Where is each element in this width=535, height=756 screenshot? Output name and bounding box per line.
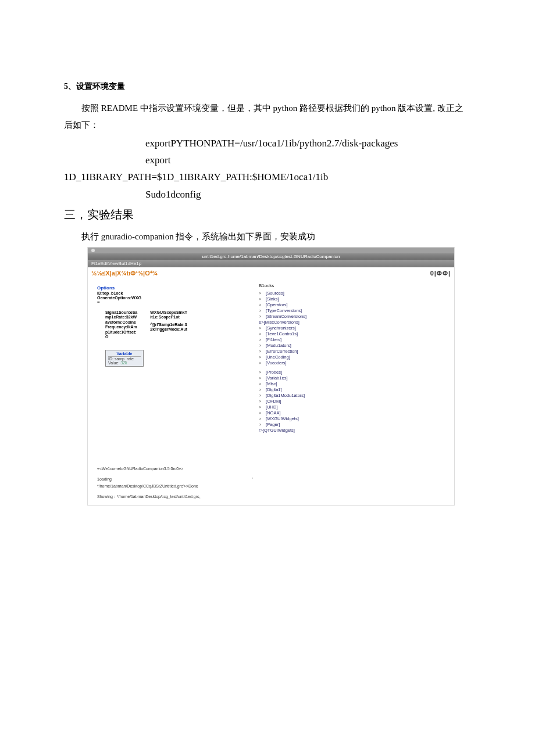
tree-item[interactable]: > [Modu1ators] [259, 342, 451, 348]
section-5-heading: 5、设置环境变量 [64, 81, 471, 92]
toolbar: ⅛⅛≤X|a|X¾tıΦ¹⅜|O⁴¾ 0|ΦΦ| [88, 267, 454, 280]
tree-item[interactable]: > [TypeConversions] [259, 307, 451, 313]
sig-l5: p1itude:1Offset: [105, 330, 137, 335]
tree-item[interactable]: > [WXGUIWidgets] [259, 415, 451, 421]
section-3-heading: 三，实验结果 [64, 207, 471, 223]
tree-item-label: [ErrorCorrection] [265, 349, 298, 354]
console: «<We1cometoGNURadioCompanion3.5.0rc0»> 1… [88, 463, 256, 505]
tree-item-label: [StreamConversions] [265, 314, 306, 319]
scope-sink-block[interactable]: WXGUIScopeSinkT it1e:ScopeP1ot ^[|rf'Sam… [150, 310, 187, 339]
console-line: */home/1abman/Desktop/CCqJBStZUntitled.g… [97, 483, 253, 490]
tree-item[interactable]: > [1eve1Contro1s] [259, 331, 451, 336]
code-line-3: 1D_1IBRARY_PATH=$1D_1IBRARY_PATH:$HOME/1… [64, 169, 471, 185]
window-control-dot[interactable] [91, 249, 95, 252]
menubar[interactable]: Fi1eEditViewBui1dHe1p [88, 260, 454, 267]
heading-text: 5、设置环境变量 [64, 82, 125, 91]
tree-item[interactable]: > [Vocoders] [259, 360, 451, 366]
tree-item[interactable]: > [Fi1ters] [259, 336, 451, 342]
tree-item-label: [Synchronizers] [265, 325, 296, 331]
tree-item[interactable]: > [Sources] [259, 290, 451, 296]
options-title: Options [97, 285, 266, 291]
sig-l1: Signa1SourceSa [105, 310, 137, 315]
scope-l4: 2kTriggerMode:Aut [150, 327, 187, 332]
window-titlebar: untit1ed.grc-home/1abman/Desktop/ccgtest… [88, 253, 454, 260]
sig-l2: mp1eRate:32kW [105, 315, 137, 320]
toolbar-glyphs-left: ⅛⅛≤X|a|X¾tıΦ¹⅜|O⁴¾ [91, 270, 158, 277]
scope-l1: WXGUIScopeSinkT [150, 310, 187, 315]
blocks-heading: B1ocks [259, 283, 451, 288]
tree-item-label: [Digita1Modu1ators] [265, 393, 305, 398]
window-controls-bar [88, 248, 454, 253]
paragraph-2: 执行 gnuradio-companion 指令，系统输出如下界面，安装成功 [64, 228, 471, 245]
tree-item[interactable]: > [OFDM] [259, 398, 451, 404]
options-l1: ID:top_b1ock [97, 291, 266, 296]
variable-l2: Value: 32k [108, 361, 141, 365]
tree-item[interactable]: e>[MiscConversions] [259, 319, 451, 325]
blocks-sidebar[interactable]: B1ocks > [Sources]> [Sinks]> [Operators]… [256, 280, 454, 505]
tree-item[interactable]: > [Sinks] [259, 296, 451, 302]
toolbar-right[interactable]: 0|ΦΦ| [430, 270, 451, 277]
tree-item[interactable]: > [UHD] [259, 404, 451, 410]
tree-item-label: [TypeConversions] [265, 308, 302, 313]
tree-item[interactable]: > [Probes] [259, 369, 451, 375]
sig-l6: O [105, 335, 137, 339]
scope-l2: it1e:ScopeP1ot [150, 315, 187, 320]
console-line: Showing：*/home/1abmanDesktop/ccg_test/un… [97, 493, 253, 500]
scope-l3: ^[|rf'Samp1eRate:3 [150, 323, 187, 327]
console-line: 1oading ' [97, 476, 253, 483]
variable-l1: ID: samp_rate [108, 357, 141, 361]
console-line: «<We1cometoGNURadioCompanion3.5.0rc0»> [97, 465, 253, 472]
tree-item[interactable]: > [Misc] [259, 381, 451, 386]
tree-item[interactable]: > [Variab1es] [259, 375, 451, 381]
left-pane: Options ID:top_b1ock GenerateOptions:WXG… [88, 280, 256, 505]
variable-block[interactable]: Variable ID: samp_rate Value: 32k [105, 350, 144, 367]
options-l2: GenerateOptions:WXG [97, 296, 266, 300]
code-line-1: exportPYTHONPATH=/usr/1oca1/1ib/python2.… [64, 135, 471, 151]
signal-source-block[interactable]: Signa1SourceSa mp1eRate:32kW aveform:Cos… [105, 310, 137, 339]
variable-title: Variable [108, 352, 141, 357]
toolbar-left[interactable]: ⅛⅛≤X|a|X¾tıΦ¹⅜|O⁴¾ [91, 270, 158, 277]
sig-l4: Frequency:lkAm [105, 325, 137, 329]
tree-item[interactable]: > [Synchronizers] [259, 325, 451, 331]
tree-item[interactable]: r>[QTGUIWidgets] [259, 427, 451, 433]
options-block[interactable]: Options ID:top_b1ock GenerateOptions:WXG… [97, 285, 266, 306]
tree-item[interactable]: > [Digita1Modu1ators] [259, 392, 451, 398]
tree-item[interactable]: > [Digita1] [259, 386, 451, 392]
tree-item-label: [WXGUIWidgets] [265, 416, 299, 421]
tree-item[interactable]: > [UneCoding] [259, 354, 451, 360]
paragraph-1: 按照 README 中指示设置环境变量，但是，其中 python 路径要根据我们… [64, 100, 471, 133]
tree-item[interactable]: > [StreamConversions] [259, 313, 451, 319]
tree-item[interactable]: > [Operators] [259, 302, 451, 307]
code-line-4: Sudo1dconfig [64, 187, 471, 202]
tree-item[interactable]: > [ErrorCorrection] [259, 348, 451, 354]
tree-item[interactable]: > [NOAA] [259, 410, 451, 415]
tree-item[interactable]: > [Pager] [259, 421, 451, 427]
flowgraph-canvas[interactable]: Options ID:top_b1ock GenerateOptions:WXG… [88, 280, 269, 463]
gnuradio-screenshot: untit1ed.grc-home/1abman/Desktop/ccgtest… [87, 247, 455, 506]
code-line-2: export [64, 152, 471, 168]
tree-item-label: [1eve1Contro1s] [265, 331, 298, 336]
sig-l3: aveform:Cosine [105, 320, 137, 325]
workspace: Options ID:top_b1ock GenerateOptions:WXG… [88, 280, 454, 505]
options-l3: ''' [97, 301, 266, 306]
